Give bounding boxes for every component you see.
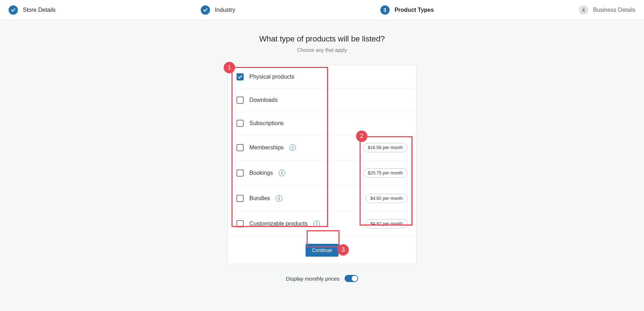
product-label: Subscriptions	[249, 120, 284, 127]
product-types-card: Physical products Downloads Subscription…	[228, 65, 416, 264]
step-label: Product Types	[395, 7, 434, 13]
continue-button[interactable]: Continue	[306, 244, 338, 257]
product-row-subscriptions[interactable]: Subscriptions	[228, 112, 416, 135]
card-actions: Continue	[228, 237, 416, 264]
step-label: Business Details	[593, 7, 635, 13]
step-number-icon: 3	[380, 5, 390, 15]
step-label: Industry	[215, 7, 235, 13]
annotation-badge-2: 2	[356, 130, 367, 142]
annotation-badge-3: 3	[337, 244, 349, 256]
checkbox[interactable]	[236, 144, 244, 151]
checkbox[interactable]	[236, 120, 244, 127]
product-label: Downloads	[249, 97, 278, 103]
product-row-customizable[interactable]: Customizable products i $4.92 per month	[228, 211, 416, 237]
product-row-memberships[interactable]: Memberships i $16.58 per month	[228, 135, 416, 161]
annotation-badge-1: 1	[224, 62, 235, 73]
product-row-bookings[interactable]: Bookings i $20.75 per month	[228, 161, 416, 186]
step-product-types[interactable]: 3 Product Types	[380, 5, 434, 15]
info-icon[interactable]: i	[279, 170, 285, 176]
check-icon	[9, 5, 18, 15]
product-label: Bookings	[249, 170, 273, 176]
step-label: Store Details	[23, 7, 56, 13]
product-row-bundles[interactable]: Bundles i $4.92 per month	[228, 186, 416, 211]
main-content: What type of products will be listed? Ch…	[0, 20, 644, 282]
page-subtitle: Choose any that apply	[297, 47, 347, 53]
step-number-icon: 4	[579, 5, 588, 15]
product-label: Bundles	[249, 195, 270, 202]
step-business-details[interactable]: 4 Business Details	[579, 5, 635, 15]
checkbox[interactable]	[236, 220, 244, 227]
product-label: Memberships	[249, 144, 284, 151]
wizard-stepper: Store Details Industry 3 Product Types 4…	[0, 0, 644, 20]
checkbox[interactable]	[236, 169, 244, 177]
info-icon[interactable]: i	[276, 195, 282, 202]
checkbox[interactable]	[236, 73, 244, 80]
product-label: Physical products	[249, 74, 294, 80]
display-prices-toggle[interactable]	[345, 275, 358, 282]
step-industry[interactable]: Industry	[201, 5, 235, 15]
checkbox[interactable]	[236, 195, 244, 202]
info-icon[interactable]: i	[289, 144, 296, 151]
price-pill: $16.58 per month	[363, 143, 408, 152]
price-pill: $4.92 per month	[366, 194, 408, 203]
price-pill: $4.92 per month	[366, 219, 408, 228]
toggle-knob-icon	[352, 276, 357, 281]
price-pill: $20.75 per month	[363, 168, 408, 178]
info-icon[interactable]: i	[313, 221, 320, 227]
checkbox[interactable]	[236, 97, 244, 104]
product-label: Customizable products	[249, 221, 308, 227]
step-store-details[interactable]: Store Details	[9, 5, 56, 15]
display-prices-toggle-row: Display monthly prices	[286, 275, 358, 282]
product-row-downloads[interactable]: Downloads	[228, 89, 416, 112]
product-row-physical[interactable]: Physical products	[228, 65, 416, 89]
check-icon	[201, 5, 210, 15]
toggle-label: Display monthly prices	[286, 276, 340, 282]
page-title: What type of products will be listed?	[259, 34, 385, 44]
